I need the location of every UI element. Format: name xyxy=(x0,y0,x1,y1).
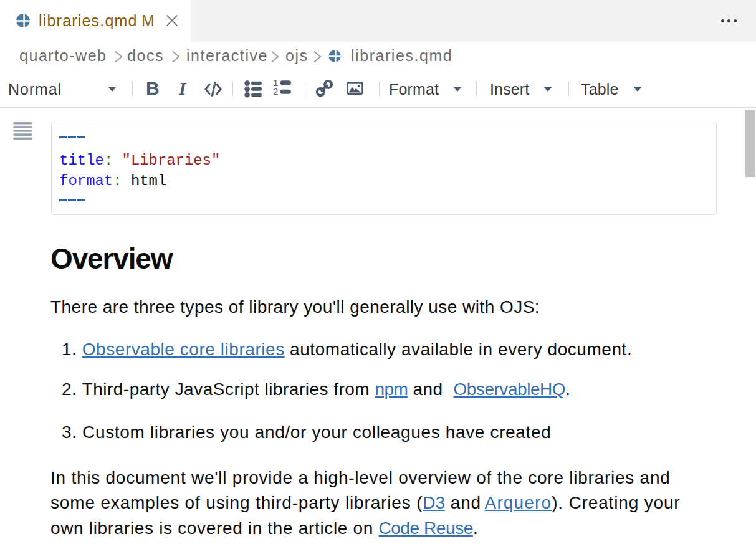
svg-text:2: 2 xyxy=(274,87,279,97)
svg-text:1: 1 xyxy=(274,80,279,88)
